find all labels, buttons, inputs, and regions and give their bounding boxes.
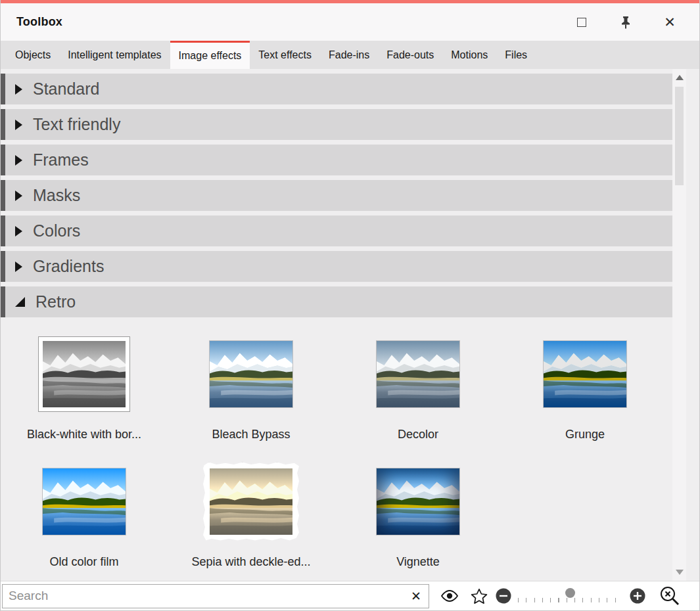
effect-thumbnail-box <box>544 337 626 411</box>
close-icon: ✕ <box>664 15 676 29</box>
effect-thumbnail-image <box>210 341 292 407</box>
category-gradients[interactable]: Gradients <box>1 251 672 282</box>
search-input[interactable] <box>3 585 404 608</box>
category-label: Frames <box>33 150 89 170</box>
zoom-out-button[interactable] <box>494 583 513 609</box>
effect-thumbnail-image <box>43 341 126 407</box>
expander-arrow-icon <box>15 191 22 201</box>
minus-circle-icon <box>495 587 512 604</box>
tab-label: Image effects <box>179 50 242 62</box>
expander-arrow-icon <box>15 155 22 166</box>
tab-label: Intelligent templates <box>68 49 161 61</box>
effect-thumbnail-image <box>210 468 292 535</box>
category-label: Masks <box>33 186 80 205</box>
tab-label: Text effects <box>258 49 312 61</box>
category-label: Text friendly <box>33 115 120 134</box>
effect-item-sepia-with-deckle-ed[interactable]: Sepia with deckle-ed... <box>168 464 335 569</box>
category-colors[interactable]: Colors <box>1 215 672 246</box>
effect-thumbnail-box <box>39 337 129 411</box>
scrollbar-thumb[interactable] <box>675 87 684 185</box>
tab-image-effects[interactable]: Image effects <box>170 41 250 69</box>
scrollbar-up-arrow-icon[interactable] <box>676 75 684 80</box>
tab-objects[interactable]: Objects <box>7 41 59 69</box>
slider-ticks <box>518 598 623 602</box>
tab-label: Fade-outs <box>386 49 434 61</box>
clear-search-icon: ✕ <box>411 589 421 604</box>
effect-thumbnail-frame <box>377 468 459 535</box>
tab-motions[interactable]: Motions <box>442 41 496 69</box>
effect-thumbnail-box <box>43 464 126 538</box>
effect-label: Old color film <box>49 555 118 569</box>
effect-thumbnail-image <box>377 468 459 535</box>
effect-item-black-white-with-bor[interactable]: Black-white with bor... <box>1 337 168 441</box>
zoom-in-button[interactable] <box>628 583 647 609</box>
effect-item-bleach-bypass[interactable]: Bleach Bypass <box>168 337 335 441</box>
category-masks[interactable]: Masks <box>1 180 672 211</box>
category-standard[interactable]: Standard <box>1 74 672 104</box>
footer-toolbar: ✕ <box>1 581 699 610</box>
scrollbar-down-arrow-icon[interactable] <box>676 570 684 575</box>
effect-thumbnail-box <box>203 464 299 538</box>
tab-label: Motions <box>451 49 488 61</box>
category-frames[interactable]: Frames <box>1 145 672 175</box>
tab-intelligent-templates[interactable]: Intelligent templates <box>59 41 170 69</box>
search-box: ✕ <box>2 584 429 608</box>
toolbox-window: Toolbox ✕ Objects Intelligent templates … <box>0 0 700 611</box>
tab-files[interactable]: Files <box>496 41 536 69</box>
category-label: Retro <box>35 292 76 311</box>
effect-thumbnail-image <box>544 341 626 407</box>
effect-thumbnail-image <box>377 341 459 407</box>
category-label: Gradients <box>33 257 104 276</box>
effect-item-vignette[interactable]: Vignette <box>335 464 502 569</box>
expander-arrow-icon <box>15 297 25 307</box>
window-title: Toolbox <box>16 15 572 29</box>
title-bar: Toolbox ✕ <box>1 3 699 41</box>
expander-arrow-icon <box>15 261 22 272</box>
expander-arrow-icon <box>15 120 22 130</box>
magnifier-x-icon <box>658 585 682 607</box>
effect-thumbnail-frame <box>544 341 626 407</box>
favorites-button[interactable] <box>465 583 494 609</box>
effect-label: Black-white with bor... <box>27 428 141 441</box>
plus-circle-icon <box>629 587 646 604</box>
pin-icon <box>620 16 631 29</box>
window-controls: ✕ <box>572 12 680 32</box>
clear-search-button[interactable]: ✕ <box>404 585 429 608</box>
tab-text-effects[interactable]: Text effects <box>250 41 320 69</box>
effect-thumbnail-frame <box>210 341 292 407</box>
tab-label: Objects <box>15 49 51 61</box>
scrollbar[interactable] <box>672 69 686 581</box>
effect-label: Grunge <box>565 428 605 441</box>
tab-label: Fade-ins <box>329 49 369 61</box>
effect-item-grunge[interactable]: Grunge <box>502 337 668 441</box>
preview-button[interactable] <box>434 583 465 609</box>
maximize-button[interactable] <box>572 12 592 32</box>
expander-arrow-icon <box>15 84 22 95</box>
pin-button[interactable] <box>616 12 636 32</box>
effect-item-decolor[interactable]: Decolor <box>335 337 502 441</box>
star-icon <box>471 588 488 604</box>
slider-thumb[interactable] <box>565 588 575 598</box>
effect-thumbnail-box <box>377 464 459 538</box>
category-retro[interactable]: Retro <box>1 286 672 317</box>
thumbnail-size-slider[interactable] <box>515 587 626 604</box>
tab-bar: Objects Intelligent templates Image effe… <box>1 41 699 69</box>
effect-thumbnail-image <box>43 468 126 535</box>
effect-thumbnail-frame <box>377 341 459 407</box>
reset-zoom-button[interactable] <box>654 583 686 609</box>
tab-fade-outs[interactable]: Fade-outs <box>378 41 442 69</box>
effect-thumbnail-frame <box>43 468 126 535</box>
effect-label: Decolor <box>398 428 438 441</box>
effect-thumbnail-box <box>377 337 459 411</box>
tab-label: Files <box>505 49 527 61</box>
tab-fade-ins[interactable]: Fade-ins <box>320 41 378 69</box>
effect-thumbnail-frame <box>203 463 299 541</box>
category-text-friendly[interactable]: Text friendly <box>1 109 672 140</box>
effect-label: Bleach Bypass <box>212 428 290 441</box>
category-label: Standard <box>33 79 99 99</box>
effect-label: Vignette <box>396 555 440 569</box>
effect-thumbnail-frame <box>39 337 129 411</box>
close-button[interactable]: ✕ <box>660 12 680 32</box>
effect-item-old-color-film[interactable]: Old color film <box>1 464 168 569</box>
maximize-icon <box>577 18 586 27</box>
